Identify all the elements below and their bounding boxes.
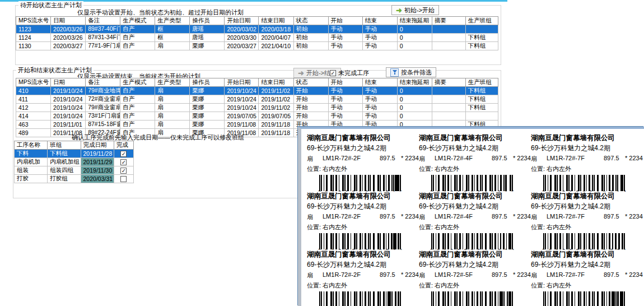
label-width: 897.5 <box>604 155 625 163</box>
column-header[interactable]: 状态 <box>293 17 328 25</box>
column-header[interactable]: 生产模式 <box>120 78 155 87</box>
column-header[interactable]: 开始 <box>328 78 362 87</box>
table-row[interactable]: 组装组装四组2019/11/30✓ <box>15 166 134 175</box>
column-header[interactable]: 工序名称 <box>15 141 48 150</box>
column-header[interactable]: 日期 <box>51 78 86 87</box>
table-cell: 初始 <box>293 42 328 50</box>
table-row[interactable]: 11302020/03/2777#1-9F门扇自产扇栗娜2020/03/2720… <box>16 42 498 50</box>
column-header[interactable]: 结束日期 <box>259 17 293 25</box>
column-header[interactable]: 操作员 <box>190 17 225 25</box>
column-header[interactable]: 开始 <box>328 17 362 25</box>
print-label: 湖南亘晟门窗幕墙有限公司69-长沙万科魅力之城4.2期扇LM1R-72#-5F8… <box>419 250 531 306</box>
gray-arrow-icon: ➜ <box>298 69 304 77</box>
table-cell: 扇 <box>155 104 190 112</box>
column-header[interactable]: 开始日期 <box>225 17 259 25</box>
column-header[interactable]: 操作员 <box>190 78 225 87</box>
table-cell: 2021/04/10 <box>259 42 293 50</box>
table-cell: 手动 <box>362 25 397 34</box>
header-row: MPS流水号日期备注生产模式生产类型操作员开始日期结束日期状态开始结束结束拖延期… <box>16 78 498 87</box>
barcode <box>543 233 643 249</box>
table-row[interactable]: 4142019/10/2473#1F门扇窗扇自产扇栗娜2019/07/05201… <box>16 112 498 120</box>
label-location: 位置: 右内左外 <box>307 223 419 231</box>
label-width: 897.5 <box>380 271 401 280</box>
table-row[interactable]: 4112019/10/2472#商业窗扇自产扇栗娜2019/10/242019/… <box>16 95 498 104</box>
table-cell <box>432 87 465 95</box>
barcode <box>319 233 419 249</box>
init-to-start-button[interactable]: ➜ 初始->开始 <box>391 5 439 15</box>
column-header[interactable]: 结束 <box>362 17 397 25</box>
table-cell: 2020/03/18 <box>259 25 293 34</box>
column-header[interactable]: 摘要 <box>432 17 465 25</box>
column-header[interactable]: 生产模式 <box>120 17 155 25</box>
label-model: LM1R-72#-4F <box>435 213 492 221</box>
column-header[interactable]: 日期 <box>51 17 86 25</box>
table-cell: 2019/10/24 <box>51 104 86 112</box>
column-header[interactable]: 生产班组 <box>465 78 498 87</box>
table-cell: 2019/11/18 <box>259 129 293 137</box>
done-checkbox[interactable] <box>120 176 127 182</box>
table-cell: 下料组 <box>465 87 498 95</box>
column-header[interactable]: 结束 <box>362 78 397 87</box>
table-cell: 栗娜 <box>190 42 225 50</box>
table-cell: 1124 <box>16 34 51 42</box>
table-cell: 0 <box>397 25 432 34</box>
table-row[interactable]: 内扇机加内扇机加组2019/11/29✓ <box>15 158 134 166</box>
table-cell: 栗娜 <box>190 104 225 112</box>
column-header[interactable]: 完成日期 <box>81 141 114 150</box>
table-cell: 开始 <box>293 87 328 95</box>
column-header[interactable]: 生产类型 <box>155 17 190 25</box>
table-row[interactable]: 11242020/03/2687#31-34F门框自产框唐瑶2020/03/30… <box>16 34 498 42</box>
filter-by-condition-button[interactable]: 按条件筛选 <box>386 67 436 77</box>
label-height: * 2234 <box>401 155 419 163</box>
table-cell <box>432 34 465 42</box>
column-header[interactable]: 完成 <box>114 141 133 150</box>
label-type: 扇 <box>307 271 323 280</box>
column-header[interactable]: 班组 <box>48 141 81 150</box>
table-cell: 2020/03/26 <box>51 25 86 34</box>
column-header[interactable]: 摘要 <box>432 78 465 87</box>
table-row[interactable]: 4122019/10/2479#商业窗扇自产扇栗娜2019/10/242019/… <box>16 104 498 112</box>
done-checkbox[interactable]: ✓ <box>120 151 127 157</box>
table-cell: 自产 <box>120 112 155 120</box>
table-cell: 89#37-40F门框 <box>86 25 120 34</box>
label-project: 69-长沙万科魅力之城4.2期 <box>307 260 419 270</box>
label-height: * 2234 <box>513 213 531 221</box>
table-cell: 2019/11/18 <box>259 120 293 129</box>
print-label: 湖南亘晟门窗幕墙有限公司69-长沙万科魅力之城4.2期扇LM1R-72#-2F8… <box>307 133 419 192</box>
column-header[interactable]: 结束拖延期 <box>397 17 432 25</box>
unfinished-process-checkbox[interactable]: ✓ <box>330 70 336 76</box>
done-checkbox[interactable]: ✓ <box>120 168 127 174</box>
column-header[interactable]: 结束日期 <box>259 78 293 87</box>
table-row[interactable]: 下料下料组2019/11/28✓ <box>15 150 134 158</box>
label-company: 湖南亘晟门窗幕墙有限公司 <box>307 192 419 201</box>
groupbox-pending-start-title: 待开始状态主生产计划 <box>18 1 83 10</box>
table-row[interactable]: 11232020/03/2689#37-40F门框自产框唐瑶2020/03/02… <box>16 25 498 34</box>
column-header[interactable]: 备注 <box>86 17 120 25</box>
column-header[interactable]: 备注 <box>86 78 120 87</box>
filter-icon <box>390 68 399 77</box>
table-cell: 2020/03/27 <box>51 42 86 50</box>
table-cell: 手动 <box>362 34 397 42</box>
column-header[interactable]: 状态 <box>293 78 328 87</box>
column-header[interactable]: 结束拖延期 <box>397 78 432 87</box>
table-cell: 手动 <box>362 42 397 50</box>
column-header[interactable]: 开始日期 <box>225 78 259 87</box>
table-row[interactable]: 打胶打胶组2020/03/31 <box>15 175 134 183</box>
label-project: 69-长沙万科魅力之城4.2期 <box>419 143 531 153</box>
done-checkbox[interactable]: ✓ <box>120 159 127 165</box>
label-location: 位置: 右内左外 <box>531 165 643 173</box>
table-cell <box>432 112 465 120</box>
table-row[interactable]: 4102019/10/2479#商业地弹…自产扇栗娜2019/10/242019… <box>16 87 498 95</box>
label-company: 湖南亘晟门窗幕墙有限公司 <box>531 250 643 259</box>
column-header[interactable]: MPS流水号 <box>16 17 51 25</box>
process-name-cell: 内扇机加 <box>15 158 48 166</box>
label-project: 69-长沙万科魅力之城4.2期 <box>307 143 419 153</box>
barcode <box>431 233 531 249</box>
label-type: 扇 <box>419 213 435 221</box>
column-header[interactable]: MPS流水号 <box>16 78 51 87</box>
column-header[interactable]: 生产班组 <box>465 17 498 25</box>
table-cell: 自产 <box>120 120 155 129</box>
barcode <box>543 291 643 306</box>
table-cell: 2020/03/27 <box>225 42 259 50</box>
column-header[interactable]: 生产类型 <box>155 78 190 87</box>
